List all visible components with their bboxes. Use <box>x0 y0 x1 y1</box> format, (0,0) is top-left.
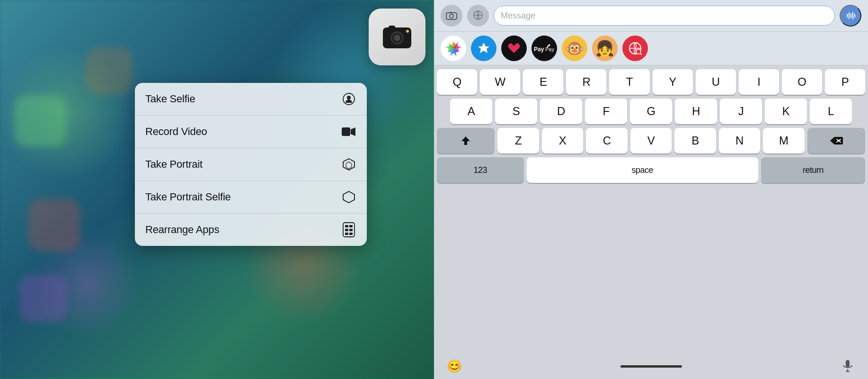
key-E[interactable]: E <box>523 69 563 95</box>
bottom-bar: 😊 <box>434 352 868 379</box>
menu-item-take-portrait[interactable]: Take Portrait <box>135 148 367 181</box>
shortcut-applepay[interactable]: Pay Pay <box>531 36 557 61</box>
take-portrait-selfie-icon <box>341 190 356 205</box>
key-W[interactable]: W <box>480 69 520 95</box>
key-T[interactable]: T <box>609 69 649 95</box>
shortcut-appstore[interactable] <box>471 36 496 61</box>
svg-point-18 <box>450 14 453 18</box>
audio-waves-icon <box>845 10 856 21</box>
svg-rect-14 <box>349 229 353 231</box>
key-numbers[interactable]: 123 <box>437 157 524 183</box>
shortcut-photos[interactable] <box>441 36 466 61</box>
svg-rect-22 <box>850 13 851 18</box>
key-delete[interactable] <box>807 128 865 153</box>
key-J[interactable]: J <box>720 99 762 124</box>
delete-icon <box>830 136 843 145</box>
key-N[interactable]: N <box>719 128 760 153</box>
key-A[interactable]: A <box>450 99 492 124</box>
key-S[interactable]: S <box>495 99 537 124</box>
camera-icon <box>380 20 414 54</box>
svg-text:Pay: Pay <box>545 46 554 52</box>
key-U[interactable]: U <box>696 69 736 95</box>
svg-rect-4 <box>389 26 395 29</box>
key-X[interactable]: X <box>542 128 583 153</box>
message-input-wrapper[interactable]: Message <box>494 6 835 26</box>
applepay-icon: Pay Pay <box>533 42 556 55</box>
rearrange-apps-icon <box>341 222 356 237</box>
key-G[interactable]: G <box>630 99 672 124</box>
svg-marker-9 <box>351 127 355 136</box>
key-K[interactable]: K <box>765 99 807 124</box>
shortcut-memoji1[interactable]: 🐵 <box>562 36 587 61</box>
key-P[interactable]: P <box>825 69 865 95</box>
app-shortcuts-row: Pay Pay 🐵 👧 <box>434 32 868 65</box>
bg-app-icon-1 <box>14 95 66 147</box>
message-bar: Message <box>434 0 868 32</box>
shortcut-search-globe[interactable] <box>622 36 648 61</box>
key-space[interactable]: space <box>527 157 758 183</box>
key-L[interactable]: L <box>810 99 852 124</box>
key-Z[interactable]: Z <box>497 128 539 153</box>
shortcut-memoji2[interactable]: 👧 <box>592 36 618 61</box>
key-H[interactable]: H <box>675 99 717 124</box>
shortcut-heart[interactable] <box>501 36 527 61</box>
record-video-icon <box>341 124 356 139</box>
take-selfie-icon <box>341 91 356 107</box>
svg-rect-21 <box>849 12 850 19</box>
svg-text:Pay: Pay <box>534 46 544 53</box>
svg-rect-19 <box>450 12 452 13</box>
key-shift[interactable] <box>437 128 495 153</box>
left-panel: Take Selfie Record Video Take Portrait <box>0 0 434 379</box>
menu-item-record-video[interactable]: Record Video <box>135 116 367 148</box>
microphone-button[interactable] <box>837 355 859 377</box>
key-M[interactable]: M <box>763 128 804 153</box>
svg-point-5 <box>406 30 409 33</box>
keyboard-area: Q W E R T Y U I O P A S D F G H J K L <box>434 65 868 352</box>
apps-small-icon <box>472 10 484 21</box>
keyboard-row-1: Q W E R T Y U I O P <box>437 69 865 95</box>
svg-rect-20 <box>847 14 848 18</box>
svg-rect-24 <box>854 14 855 18</box>
svg-line-29 <box>640 54 642 55</box>
key-return[interactable]: return <box>761 157 865 183</box>
key-F[interactable]: F <box>585 99 627 124</box>
context-menu: Take Selfie Record Video Take Portrait <box>135 83 367 246</box>
key-O[interactable]: O <box>782 69 822 95</box>
key-C[interactable]: C <box>586 128 627 153</box>
audio-button[interactable] <box>840 5 861 27</box>
photos-icon <box>445 40 462 57</box>
svg-rect-13 <box>345 229 348 231</box>
key-I[interactable]: I <box>739 69 779 95</box>
camera-small-icon <box>446 11 457 20</box>
emoji-button[interactable]: 😊 <box>443 355 465 377</box>
key-V[interactable]: V <box>630 128 672 153</box>
home-indicator <box>620 365 682 368</box>
svg-rect-15 <box>345 233 348 235</box>
apps-button[interactable] <box>467 5 489 27</box>
svg-rect-8 <box>342 127 350 136</box>
key-D[interactable]: D <box>540 99 582 124</box>
keyboard-row-3: Z X C V B N M <box>437 128 865 153</box>
take-portrait-icon <box>341 157 356 172</box>
key-R[interactable]: R <box>566 69 606 95</box>
key-Q[interactable]: Q <box>437 69 477 95</box>
svg-rect-12 <box>349 225 353 227</box>
right-panel: Message <box>434 0 868 379</box>
key-B[interactable]: B <box>674 128 716 153</box>
svg-rect-16 <box>349 233 353 235</box>
keyboard-row-2: A S D F G H J K L <box>437 99 865 124</box>
svg-point-3 <box>394 35 400 41</box>
bg-app-icon-2 <box>28 199 80 251</box>
shift-icon <box>460 135 471 146</box>
key-Y[interactable]: Y <box>653 69 693 95</box>
camera-app-icon[interactable] <box>369 9 425 65</box>
svg-point-7 <box>347 96 351 99</box>
microphone-icon <box>842 360 853 373</box>
svg-rect-11 <box>345 225 348 227</box>
message-placeholder: Message <box>501 11 828 21</box>
appstore-icon <box>476 41 491 56</box>
menu-item-rearrange-apps[interactable]: Rearrange Apps <box>135 214 367 246</box>
camera-button[interactable] <box>441 5 462 27</box>
menu-item-take-selfie[interactable]: Take Selfie <box>135 83 367 116</box>
menu-item-take-portrait-selfie[interactable]: Take Portrait Selfie <box>135 181 367 214</box>
